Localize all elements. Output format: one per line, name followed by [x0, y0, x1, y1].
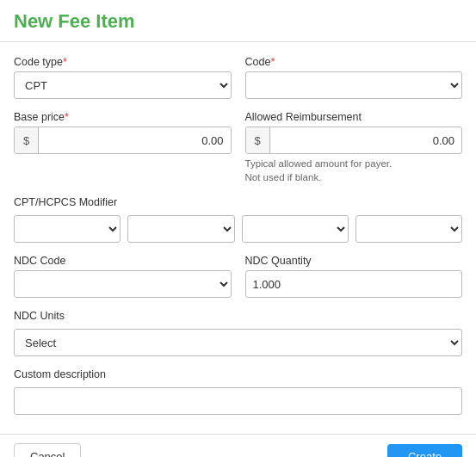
custom-description-input[interactable] — [14, 387, 462, 415]
new-fee-item-modal: New Fee Item Code type* CPT HCPCS ICD-10… — [0, 0, 476, 457]
ndc-units-row: NDC Units Select ML GR F2 UN — [14, 310, 462, 356]
ndc-code-select[interactable] — [14, 270, 232, 298]
custom-description-row: Custom description — [14, 368, 462, 415]
ndc-row: NDC Code NDC Quantity — [14, 255, 462, 298]
modifier-row-container: CPT/HCPCS Modifier — [14, 196, 462, 243]
allowed-reimbursement-prefix: $ — [246, 127, 270, 153]
modal-body: Code type* CPT HCPCS ICD-10 Custom Code* — [0, 42, 476, 434]
code-type-required: * — [63, 56, 67, 68]
ndc-code-label: NDC Code — [14, 255, 232, 267]
modal-title: New Fee Item — [14, 10, 462, 33]
base-price-required: * — [65, 111, 69, 123]
base-price-input-wrapper: $ — [14, 127, 232, 154]
modifier-label: CPT/HCPCS Modifier — [14, 196, 462, 208]
code-label: Code* — [245, 56, 463, 68]
allowed-reimbursement-group: Allowed Reimbursement $ Typical allowed … — [245, 111, 463, 184]
modifier-dropdowns — [14, 215, 462, 243]
code-group: Code* — [245, 56, 463, 99]
allowed-reimbursement-input-wrapper: $ — [245, 127, 463, 154]
custom-description-label: Custom description — [14, 368, 462, 380]
modal-footer: Cancel Create — [0, 434, 476, 457]
code-type-select[interactable]: CPT HCPCS ICD-10 Custom — [14, 71, 232, 99]
code-type-label: Code type* — [14, 56, 232, 68]
allowed-reimbursement-hint: Typical allowed amount for payer. Not us… — [245, 157, 463, 184]
cancel-button[interactable]: Cancel — [14, 443, 81, 457]
create-button[interactable]: Create — [387, 444, 462, 457]
code-required: * — [270, 56, 275, 68]
modal-header: New Fee Item — [0, 0, 476, 42]
modifier-select-3[interactable] — [242, 215, 349, 243]
base-price-group: Base price* $ — [14, 111, 232, 184]
allowed-reimbursement-label: Allowed Reimbursement — [245, 111, 463, 123]
base-price-label: Base price* — [14, 111, 232, 123]
ndc-units-label: NDC Units — [14, 310, 462, 322]
code-type-code-row: Code type* CPT HCPCS ICD-10 Custom Code* — [14, 56, 462, 99]
ndc-units-select[interactable]: Select ML GR F2 UN — [14, 329, 462, 356]
code-type-group: Code type* CPT HCPCS ICD-10 Custom — [14, 56, 232, 99]
ndc-quantity-group: NDC Quantity — [245, 255, 463, 298]
modifier-select-4[interactable] — [355, 215, 462, 243]
base-price-input[interactable] — [39, 127, 231, 153]
ndc-quantity-input[interactable] — [245, 270, 463, 298]
modifier-select-1[interactable] — [14, 215, 121, 243]
code-select[interactable] — [245, 71, 463, 99]
base-price-prefix: $ — [15, 127, 39, 153]
price-row: Base price* $ Allowed Reimbursement $ Ty… — [14, 111, 462, 184]
ndc-code-group: NDC Code — [14, 255, 232, 298]
allowed-reimbursement-input[interactable] — [270, 127, 462, 153]
ndc-quantity-label: NDC Quantity — [245, 255, 463, 267]
modifier-select-2[interactable] — [127, 215, 234, 243]
